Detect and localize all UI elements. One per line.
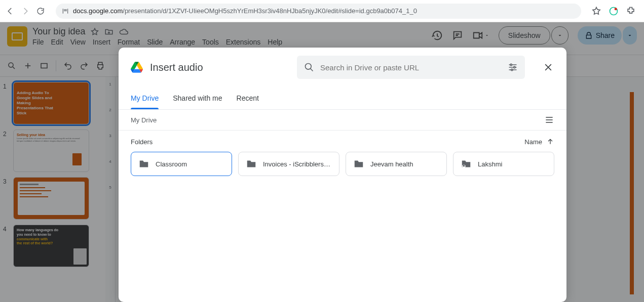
sort-by-name[interactable]: Name (524, 138, 554, 146)
tab-my-drive[interactable]: My Drive (131, 87, 159, 109)
folder-grid: Classroom Invoices - iScribblers… Jeevam… (131, 152, 554, 176)
shared-folder-icon (461, 158, 472, 169)
drive-logo-icon (131, 62, 143, 73)
search-input[interactable] (320, 63, 502, 72)
url-path: /presentation/d/1XZVf-UIieeOMgH5szhYrEmH… (123, 7, 417, 15)
folder-card-lakshmi[interactable]: Lakshmi (453, 152, 554, 176)
search-icon (304, 62, 314, 72)
folder-card-invoices[interactable]: Invoices - iScribblers… (238, 152, 339, 176)
site-settings-icon (62, 8, 69, 15)
filter-icon[interactable] (508, 62, 518, 72)
svg-point-6 (514, 66, 515, 68)
close-button[interactable] (542, 61, 554, 73)
folders-heading: Folders (131, 138, 153, 146)
app-background: Your big idea File Edit View Insert Form… (0, 22, 644, 302)
breadcrumb[interactable]: My Drive (131, 116, 157, 124)
browser-bar: docs.google.com/presentation/d/1XZVf-UIi… (0, 0, 644, 22)
folder-card-jeevam[interactable]: Jeevam health (346, 152, 447, 176)
tab-shared-with-me[interactable]: Shared with me (173, 87, 222, 109)
insert-audio-dialog: Insert audio My Drive Shared with me Rec… (119, 48, 566, 302)
url-bar[interactable]: docs.google.com/presentation/d/1XZVf-UIi… (56, 4, 581, 19)
search-field[interactable] (297, 56, 525, 79)
folder-label: Lakshmi (478, 160, 502, 168)
url-host: docs.google.com (73, 7, 123, 15)
back-icon[interactable] (5, 6, 15, 16)
folder-icon (246, 158, 257, 169)
svg-point-1 (615, 8, 617, 10)
folder-label: Jeevam health (370, 160, 413, 168)
grammarly-icon[interactable] (609, 6, 619, 16)
dialog-tabs: My Drive Shared with me Recent (119, 87, 566, 110)
list-view-icon[interactable] (544, 115, 554, 125)
svg-point-5 (510, 64, 512, 65)
folder-icon (138, 158, 149, 169)
reload-icon[interactable] (35, 6, 46, 16)
tab-recent[interactable]: Recent (237, 87, 259, 109)
folder-label: Classroom (156, 160, 187, 168)
dialog-title: Insert audio (150, 62, 203, 73)
folder-card-classroom[interactable]: Classroom (131, 152, 232, 176)
folder-label: Invoices - iScribblers… (263, 160, 330, 168)
svg-point-7 (511, 69, 513, 70)
extensions-icon[interactable] (626, 6, 636, 16)
svg-point-4 (306, 64, 312, 70)
arrow-up-icon (546, 138, 554, 146)
forward-icon[interactable] (20, 6, 30, 16)
star-icon[interactable] (591, 6, 601, 16)
folder-icon (353, 158, 364, 169)
